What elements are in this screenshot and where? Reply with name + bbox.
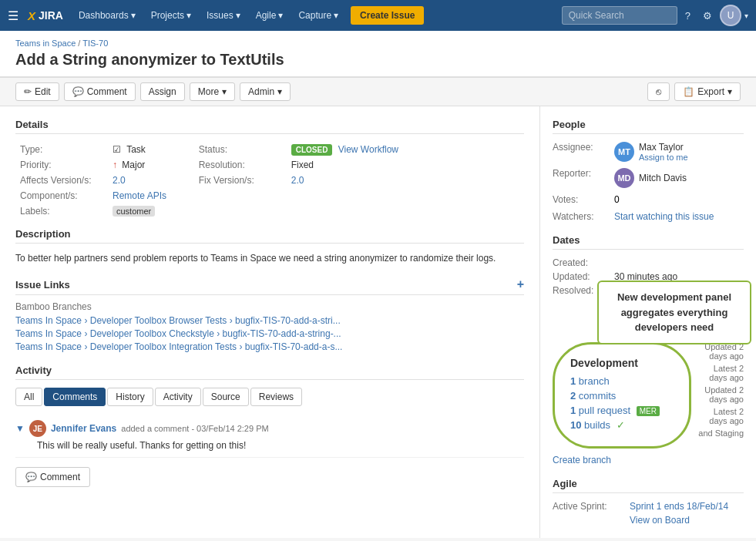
- reporter-value: MD Mitch Davis: [614, 168, 687, 188]
- dev-activity-3: Updated 2 days ago: [697, 385, 744, 404]
- issue-links-section: Issue Links + Bamboo Branches Teams In S…: [15, 277, 524, 352]
- search-input[interactable]: [562, 6, 677, 25]
- hamburger-icon[interactable]: ☰: [8, 8, 18, 23]
- people-section: People Assignee: MT Max Taylor Assign to…: [553, 119, 744, 222]
- type-label: Type:: [15, 142, 108, 157]
- components-row: Component/s: Remote APIs: [15, 188, 524, 203]
- agile-title: Agile: [553, 478, 744, 493]
- tab-reviews[interactable]: Reviews: [250, 388, 302, 406]
- affects-link[interactable]: 2.0: [113, 175, 126, 186]
- people-title: People: [553, 119, 744, 134]
- share-button[interactable]: ⎋: [647, 82, 670, 101]
- priority-icon: ↑: [113, 160, 117, 170]
- pencil-icon: ✏: [24, 86, 32, 97]
- export-icon: 📋: [683, 86, 694, 97]
- labels-label: Labels:: [15, 203, 108, 219]
- description-text: To better help partners send problem rep…: [15, 251, 524, 265]
- admin-button[interactable]: Admin ▾: [240, 82, 291, 101]
- comment-text: This will be really useful. Thanks for g…: [37, 440, 524, 451]
- labels-value: customer: [108, 203, 524, 219]
- created-label: Created:: [553, 257, 614, 268]
- priority-row: Priority: ↑ Major Resolution: Fixed: [15, 157, 524, 173]
- pull-request-link[interactable]: 1 pull request MER: [570, 405, 674, 416]
- resolution-label: Resolution:: [194, 157, 287, 173]
- commenter-avatar: JE: [29, 420, 46, 437]
- type-value: ☑ Task: [108, 142, 194, 157]
- issue-title: Add a String anonymizer to TextUtils: [15, 51, 741, 69]
- top-navigation: ☰ X JIRA Dashboards ▾ Projects ▾ Issues …: [0, 0, 756, 31]
- assignee-row: Assignee: MT Max Taylor Assign to me: [553, 142, 744, 162]
- affects-label: Affects Version/s:: [15, 173, 108, 188]
- create-branch-link[interactable]: Create branch: [553, 455, 744, 465]
- issue-links-title: Issue Links: [15, 279, 70, 291]
- comment-button[interactable]: 💬 Comment: [64, 82, 136, 101]
- description-title: Description: [15, 228, 524, 244]
- main-content: Details Type: ☑ Task Status: CLOSED View…: [0, 106, 756, 538]
- priority-label: Priority:: [15, 157, 108, 173]
- assignee-name: Max Taylor: [639, 142, 688, 153]
- tab-history[interactable]: History: [107, 388, 153, 406]
- label-badge: customer: [113, 206, 155, 217]
- sprint-row: Active Sprint: Sprint 1 ends 18/Feb/14: [553, 501, 744, 512]
- user-avatar[interactable]: U: [720, 5, 741, 26]
- assign-button[interactable]: Assign: [140, 82, 185, 101]
- view-on-board-row: View on Board: [630, 515, 744, 526]
- commits-link[interactable]: 2 commits: [570, 390, 674, 402]
- builds-link[interactable]: 10 builds ✓: [570, 419, 674, 431]
- details-section: Details Type: ☑ Task Status: CLOSED View…: [15, 119, 524, 219]
- right-column: People Assignee: MT Max Taylor Assign to…: [540, 106, 756, 538]
- assign-to-me-link[interactable]: Assign to me: [639, 153, 688, 162]
- issue-link-3[interactable]: Teams In Space › Developer Toolbox Integ…: [15, 341, 447, 352]
- details-title: Details: [15, 119, 524, 134]
- resolution-value: Fixed: [287, 157, 524, 173]
- watch-link[interactable]: Start watching this issue: [614, 211, 714, 222]
- issue-link-2[interactable]: Teams In Space › Developer Toolbox Check…: [15, 328, 447, 339]
- view-on-board-link[interactable]: View on Board: [630, 515, 690, 526]
- watchers-label: Watchers:: [553, 211, 614, 222]
- nav-agile[interactable]: Agile ▾: [250, 7, 290, 24]
- status-badge: CLOSED: [291, 144, 333, 156]
- nav-capture[interactable]: Capture ▾: [292, 7, 344, 24]
- export-button[interactable]: 📋 Export ▾: [674, 82, 741, 101]
- activity-section: Activity All Comments History Activity S…: [15, 365, 524, 487]
- tab-activity[interactable]: Activity: [155, 388, 201, 406]
- assignee-avatar: MT: [614, 142, 634, 162]
- tab-source[interactable]: Source: [203, 388, 249, 406]
- comment-button-bottom[interactable]: 💬 Comment: [15, 467, 90, 487]
- comment-item: ▼ JE Jennifer Evans added a comment - 03…: [15, 414, 524, 458]
- settings-icon[interactable]: ⚙: [698, 7, 717, 25]
- share-icon: ⎋: [656, 86, 661, 97]
- breadcrumb-issue-id[interactable]: TIS-70: [82, 39, 108, 48]
- agile-section: Agile Active Sprint: Sprint 1 ends 18/Fe…: [553, 478, 744, 526]
- tab-comments[interactable]: Comments: [44, 388, 106, 406]
- watchers-row: Watchers: Start watching this issue: [553, 211, 744, 222]
- expand-icon[interactable]: ▼: [15, 423, 25, 434]
- edit-button[interactable]: ✏ Edit: [15, 82, 59, 101]
- jira-logo: X JIRA: [28, 9, 63, 22]
- more-button[interactable]: More ▾: [190, 82, 235, 101]
- reporter-row: Reporter: MD Mitch Davis: [553, 168, 744, 188]
- breadcrumb-project[interactable]: Teams in Space: [15, 39, 76, 48]
- help-icon[interactable]: ?: [680, 7, 695, 25]
- sprint-link[interactable]: Sprint 1 ends 18/Feb/14: [630, 501, 728, 512]
- nav-dashboards[interactable]: Dashboards ▾: [72, 7, 142, 24]
- affects-value: 2.0: [108, 173, 194, 188]
- add-link-button[interactable]: +: [517, 277, 524, 291]
- tab-all[interactable]: All: [15, 388, 42, 406]
- components-value: Remote APIs: [108, 188, 524, 203]
- branches-link[interactable]: 1 branch: [570, 375, 674, 387]
- development-title: Development: [570, 357, 674, 369]
- nav-issues[interactable]: Issues ▾: [200, 7, 247, 24]
- fix-link[interactable]: 2.0: [291, 175, 304, 186]
- nav-projects[interactable]: Projects ▾: [145, 7, 197, 24]
- comment-header: ▼ JE Jennifer Evans added a comment - 03…: [15, 420, 524, 437]
- issue-links-header: Issue Links +: [15, 277, 524, 295]
- components-link[interactable]: Remote APIs: [113, 190, 166, 201]
- issue-link-1[interactable]: Teams In Space › Developer Toolbox Brows…: [15, 315, 447, 326]
- create-issue-button[interactable]: Create Issue: [351, 6, 424, 25]
- workflow-link[interactable]: View Workflow: [338, 144, 398, 155]
- dev-activity-staging: and Staging: [697, 428, 744, 438]
- comment-author[interactable]: Jennifer Evans: [51, 423, 116, 434]
- development-panel-wrapper: New development panel aggregates everyth…: [553, 342, 744, 465]
- comment-icon-small: 💬: [25, 472, 37, 482]
